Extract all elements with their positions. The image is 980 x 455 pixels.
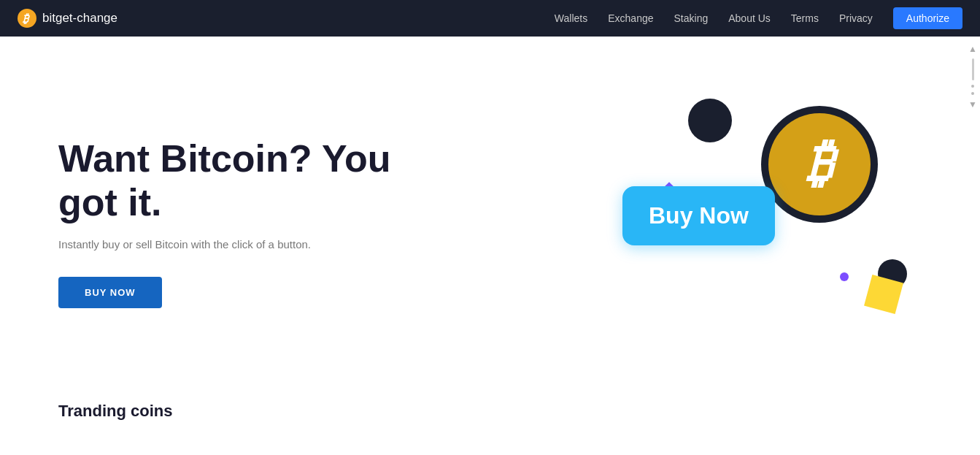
brand-name: bitget-change [42, 11, 117, 26]
coin-outer-ring: ₿ [761, 106, 878, 223]
hero-subtitle: Instantly buy or sell Bitcoin with the c… [58, 238, 423, 251]
hero-section: Want Bitcoin? You got it. Instantly buy … [0, 37, 980, 394]
hero-title: Want Bitcoin? You got it. [58, 137, 423, 225]
nav-staking[interactable]: Staking [674, 12, 709, 24]
coin-inner: ₿ [768, 113, 871, 215]
scroll-up-arrow[interactable]: ▲ [968, 44, 977, 54]
hero-content: Want Bitcoin? You got it. Instantly buy … [58, 137, 423, 308]
scroll-down-arrow[interactable]: ▼ [968, 99, 977, 110]
buy-bubble-text: Buy Now [649, 202, 749, 229]
bitcoin-coin: ₿ [761, 106, 878, 223]
header: ₿ bitget-change Wallets Exchange Staking… [0, 0, 980, 37]
scroll-dot-2 [971, 92, 974, 95]
nav-about-us[interactable]: About Us [728, 12, 771, 24]
nav-privacy[interactable]: Privacy [839, 12, 873, 24]
nav-terms[interactable]: Terms [791, 12, 819, 24]
scroll-indicator: ▲ ▼ [968, 44, 977, 110]
nav-exchange[interactable]: Exchange [608, 12, 653, 24]
main-nav: Wallets Exchange Staking About Us Terms … [555, 7, 962, 29]
deco-purple-dot [840, 272, 849, 281]
buy-now-button[interactable]: BUY NOW [58, 277, 162, 308]
btc-symbol: ₿ [806, 137, 833, 189]
nav-wallets[interactable]: Wallets [555, 12, 587, 24]
logo-area[interactable]: ₿ bitget-change [18, 9, 117, 28]
trending-section: Tranding coins [0, 394, 980, 428]
deco-black-circle-large [688, 99, 732, 142]
buy-bubble[interactable]: Buy Now [622, 186, 775, 245]
hero-illustration: ₿ Buy Now [615, 91, 922, 354]
logo-icon: ₿ [18, 9, 36, 28]
scroll-dot-1 [971, 85, 974, 88]
authorize-button[interactable]: Authorize [893, 7, 962, 29]
scroll-bar [972, 58, 974, 80]
trending-title: Tranding coins [58, 402, 922, 421]
